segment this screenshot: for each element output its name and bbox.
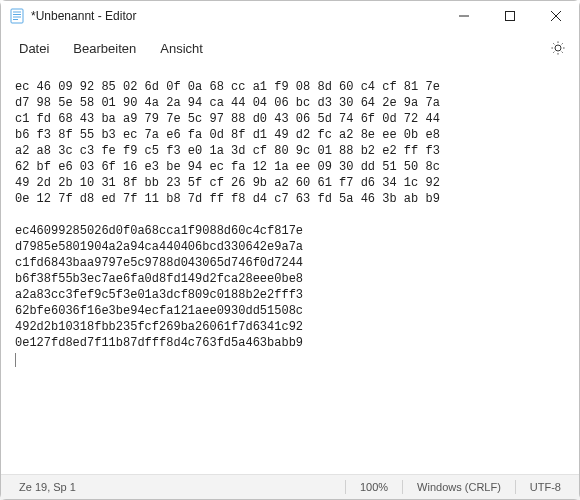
- svg-rect-6: [506, 12, 515, 21]
- status-line-ending[interactable]: Windows (CRLF): [403, 475, 515, 499]
- editor-text: ec 46 09 92 85 02 6d 0f 0a 68 cc a1 f9 0…: [15, 80, 440, 350]
- maximize-button[interactable]: [487, 1, 533, 31]
- minimize-button[interactable]: [441, 1, 487, 31]
- editor-window: *Unbenannt - Editor Datei Bearbeiten Ans…: [0, 0, 580, 500]
- titlebar[interactable]: *Unbenannt - Editor: [1, 1, 579, 31]
- text-caret: [15, 353, 16, 367]
- statusbar: Ze 19, Sp 1 100% Windows (CRLF) UTF-8: [1, 474, 579, 499]
- gear-icon: [550, 40, 566, 56]
- menubar: Datei Bearbeiten Ansicht: [1, 31, 579, 65]
- text-editor-area[interactable]: ec 46 09 92 85 02 6d 0f 0a 68 cc a1 f9 0…: [1, 65, 579, 474]
- close-button[interactable]: [533, 1, 579, 31]
- notepad-icon: [9, 8, 25, 24]
- close-icon: [551, 11, 561, 21]
- status-zoom[interactable]: 100%: [346, 475, 402, 499]
- window-title: *Unbenannt - Editor: [31, 9, 136, 23]
- minimize-icon: [459, 11, 469, 21]
- settings-button[interactable]: [543, 33, 573, 63]
- menu-edit[interactable]: Bearbeiten: [61, 35, 148, 62]
- menu-file[interactable]: Datei: [7, 35, 61, 62]
- status-encoding[interactable]: UTF-8: [516, 475, 575, 499]
- menu-view[interactable]: Ansicht: [148, 35, 215, 62]
- svg-rect-0: [11, 9, 23, 23]
- status-position: Ze 19, Sp 1: [5, 475, 90, 499]
- maximize-icon: [505, 11, 515, 21]
